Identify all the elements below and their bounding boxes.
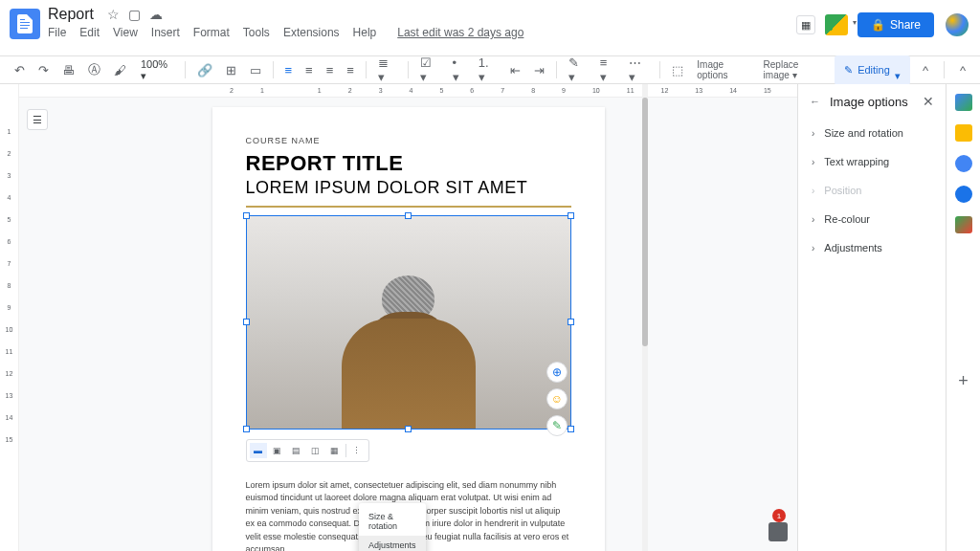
align-right-button[interactable]: ≡ <box>322 60 339 80</box>
menu-insert[interactable]: Insert <box>151 26 180 39</box>
hide-menus-button[interactable]: ^ <box>955 60 970 80</box>
undo-button[interactable]: ↶ <box>10 60 30 80</box>
cm-size-rotation[interactable]: Size & rotation <box>359 507 426 536</box>
notification-badge[interactable]: 1 <box>772 509 786 522</box>
document-page: COURSE NAME REPORT TITLE LOREM IPSUM DOL… <box>212 107 605 551</box>
wrap-inline-button[interactable]: ▬ <box>250 443 267 458</box>
sp-recolour[interactable]: ›Re-colour <box>798 205 946 233</box>
close-panel-button[interactable]: ✕ <box>923 94 934 109</box>
horizontal-ruler: 2112345678910111213141516171819 <box>19 84 797 98</box>
zoom-select[interactable]: 100% ▾ <box>135 56 178 84</box>
menu-file[interactable]: File <box>48 26 66 39</box>
divider-line <box>246 206 571 208</box>
menu-tools[interactable]: Tools <box>243 26 270 39</box>
insert-image-button[interactable]: ▭ <box>245 60 266 80</box>
wrap-text-button[interactable]: ▣ <box>269 443 286 458</box>
menu-view[interactable]: View <box>113 26 138 39</box>
sp-position: ›Position <box>798 176 946 205</box>
selected-image[interactable] <box>246 215 571 430</box>
back-icon[interactable]: ← <box>810 96 820 107</box>
side-rail: + <box>946 84 980 551</box>
panel-title: Image options <box>830 95 913 109</box>
image-context-menu: Size & rotation Adjustments All image op… <box>359 503 426 551</box>
bullet-list-button[interactable]: • ▾ <box>448 53 470 87</box>
account-avatar[interactable] <box>944 11 970 38</box>
keep-icon[interactable] <box>955 124 972 142</box>
contacts-icon[interactable] <box>955 186 972 203</box>
align-justify-button[interactable]: ≡ <box>342 60 359 80</box>
move-icon[interactable]: ▢ <box>128 7 141 22</box>
course-name-text: COURSE NAME <box>246 136 571 145</box>
scrollbar[interactable] <box>642 84 648 551</box>
align-left-button[interactable]: ≡ <box>279 60 297 80</box>
wrap-more-button[interactable]: ⋮ <box>348 443 366 458</box>
cm-adjustments[interactable]: Adjustments <box>359 536 426 551</box>
last-edit-link[interactable]: Last edit was 2 days ago <box>397 26 523 39</box>
history-icon[interactable]: ▦ <box>796 15 815 34</box>
meet-join-button[interactable] <box>825 14 848 35</box>
checklist-button[interactable]: ☑ ▾ <box>415 53 444 87</box>
print-button[interactable]: 🖶 <box>57 60 79 80</box>
indent-increase-button[interactable]: ⇥ <box>529 60 549 80</box>
addons-button[interactable]: + <box>958 371 969 391</box>
document-title[interactable]: Report <box>48 6 94 23</box>
menu-format[interactable]: Format <box>193 26 230 39</box>
explore-button[interactable] <box>768 522 788 541</box>
menu-edit[interactable]: Edit <box>79 26 100 39</box>
add-emoji-button[interactable]: ☺ <box>546 388 568 409</box>
paint-format-button[interactable]: 🖌 <box>109 60 131 80</box>
report-title-text: REPORT TITLE <box>246 151 571 176</box>
replace-image-button[interactable]: Replace image ▾ <box>759 56 832 83</box>
indent-decrease-button[interactable]: ⇤ <box>505 60 525 80</box>
calendar-icon[interactable] <box>955 94 972 111</box>
add-comment-button[interactable]: ⊕ <box>546 362 568 383</box>
align-center-button[interactable]: ≡ <box>301 60 318 80</box>
toolbar: ↶ ↷ 🖶 Ⓐ 🖌 100% ▾ 🔗 ⊞ ▭ ≡ ≡ ≡ ≡ ≣ ▾ ☑ ▾ •… <box>0 55 980 84</box>
suggest-edit-button[interactable]: ✎ <box>546 415 568 436</box>
spellcheck-button[interactable]: Ⓐ <box>83 58 105 81</box>
image-options-button[interactable]: Image options <box>692 56 754 83</box>
vertical-ruler: 123456789101112131415 <box>0 84 19 551</box>
menu-help[interactable]: Help <box>353 26 377 39</box>
wrap-break-button[interactable]: ▤ <box>288 443 305 458</box>
image-options-panel: ← Image options ✕ ›Size and rotation ›Te… <box>797 84 946 551</box>
menu-bar: File Edit View Insert Format Tools Exten… <box>48 26 796 39</box>
document-outline-button[interactable]: ☰ <box>27 109 48 130</box>
tasks-icon[interactable] <box>955 155 972 172</box>
sp-text-wrapping[interactable]: ›Text wrapping <box>798 147 946 176</box>
border-weight-button[interactable]: ≡ ▾ <box>595 53 620 87</box>
insert-link-button[interactable]: 🔗 <box>192 60 217 80</box>
sp-adjustments[interactable]: ›Adjustments <box>798 233 946 262</box>
wrap-behind-button[interactable]: ◫ <box>307 443 324 458</box>
redo-button[interactable]: ↷ <box>33 60 54 80</box>
sp-size-rotation[interactable]: ›Size and rotation <box>798 119 946 147</box>
number-list-button[interactable]: 1. ▾ <box>474 53 501 87</box>
line-spacing-button[interactable]: ≣ ▾ <box>373 53 401 87</box>
mode-editing-button[interactable]: ✎ Editing ▾ <box>835 55 910 85</box>
border-dash-button[interactable]: ⋯ ▾ <box>624 53 654 87</box>
image-wrap-toolbar: ▬ ▣ ▤ ◫ ▦ ⋮ <box>246 439 369 462</box>
crop-button[interactable]: ⬚ <box>667 60 688 80</box>
expand-toolbar-button[interactable]: ^ <box>918 60 933 80</box>
cloud-status-icon[interactable]: ☁ <box>149 7 163 22</box>
wrap-front-button[interactable]: ▦ <box>326 443 344 458</box>
menu-extensions[interactable]: Extensions <box>283 26 340 39</box>
star-icon[interactable]: ☆ <box>107 7 120 22</box>
maps-icon[interactable] <box>955 216 972 233</box>
share-button[interactable]: 🔒 Share <box>858 12 934 37</box>
docs-logo[interactable] <box>10 9 40 39</box>
report-subtitle-text: LOREM IPSUM DOLOR SIT AMET <box>246 178 571 198</box>
border-color-button[interactable]: ✎ ▾ <box>564 53 591 87</box>
insert-comment-button[interactable]: ⊞ <box>221 60 241 80</box>
